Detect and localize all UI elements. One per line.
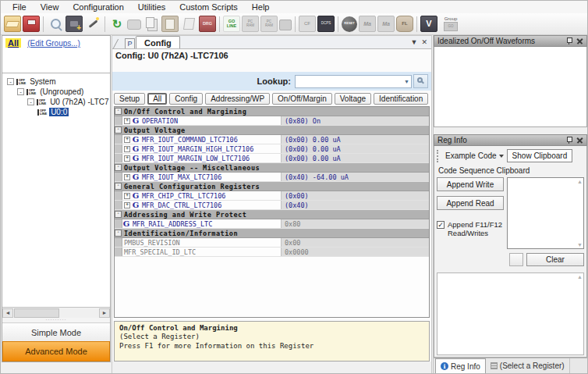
table-row[interactable]: MFR_IOUT_MARGIN_HIGH_LTC7106 (0x00) 0.00…	[115, 144, 429, 154]
scroll-left-icon[interactable]: ◄	[2, 308, 13, 318]
table-row[interactable]: MFR_SPECIAL_ID_LTC 0x0000	[115, 248, 429, 257]
expand-icon[interactable]	[124, 146, 130, 152]
scroll-right-icon[interactable]: ►	[99, 308, 110, 318]
register-value[interactable]: (0x00) 0.00 uA	[281, 154, 429, 162]
toolbar-separator[interactable]	[104, 16, 105, 32]
expand-icon[interactable]	[124, 137, 130, 143]
lookup-input[interactable]	[296, 77, 402, 86]
toolbar-separator[interactable]	[43, 16, 44, 32]
tree-node[interactable]: OFFLINE (Ungrouped)	[17, 87, 110, 97]
expand-icon[interactable]	[124, 155, 130, 162]
register-value[interactable]: (0x80) On	[281, 116, 429, 125]
scroll-up-icon[interactable]: ▲	[577, 179, 583, 184]
menu-item[interactable]: File	[5, 2, 34, 12]
pin-icon[interactable]	[566, 137, 572, 144]
advanced-mode-button[interactable]: Advanced Mode	[2, 341, 110, 362]
toolbar-separator[interactable]	[416, 16, 417, 32]
table-row[interactable]: OPERATION (0x80) On	[115, 116, 429, 126]
menu-item[interactable]: View	[34, 2, 66, 12]
register-value[interactable]: 0x0000	[281, 248, 429, 256]
paste-icon[interactable]	[161, 16, 179, 32]
expand-icon[interactable]	[124, 202, 130, 208]
keypad-icon[interactable]	[279, 20, 292, 30]
filter-button[interactable]: Identification	[374, 93, 428, 105]
tree-horizontal-scrollbar[interactable]: ◄ ►	[2, 307, 110, 318]
example-code-dropdown[interactable]: Example Code	[442, 150, 507, 162]
register-value[interactable]: 0x00	[281, 238, 429, 247]
lookup-search-button[interactable]	[413, 74, 428, 88]
tree-expander-icon[interactable]	[7, 78, 14, 85]
register-value[interactable]: (0x00) 0.00 uA	[281, 144, 429, 153]
tab-select-register[interactable]: (Select a Register)	[486, 358, 570, 373]
toolbar-separator[interactable]	[295, 16, 296, 32]
combo-dropdown-icon[interactable]: ▼	[402, 79, 411, 84]
clear-button[interactable]: Clear	[526, 253, 584, 266]
tab-close-icon[interactable]: ✕	[421, 38, 431, 48]
table-row[interactable]: PMBUS_REVISION 0x00	[115, 238, 429, 248]
register-value[interactable]: (0x00) 0.00 uA	[281, 135, 429, 144]
checkbox-checked-icon[interactable]	[437, 221, 445, 229]
toolbar-grip[interactable]	[437, 150, 440, 162]
menu-item[interactable]: Utilities	[131, 2, 172, 12]
lookup-combobox[interactable]: ▼	[295, 75, 412, 88]
margin-high-icon[interactable]: Ma	[359, 16, 376, 32]
tree-node[interactable]: OFFLINE U0 (7h2A) -LTC7	[27, 97, 110, 107]
compare-icon[interactable]	[180, 16, 197, 32]
tree-node[interactable]: OFFLINE U0:0	[37, 107, 110, 117]
filter-button[interactable]: All	[147, 93, 167, 105]
tree-expander-icon[interactable]	[17, 88, 24, 95]
tree-expander-icon[interactable]	[27, 98, 34, 105]
scrollbar-thumb[interactable]	[14, 308, 59, 318]
tab-list-dropdown-icon[interactable]: ▼	[411, 38, 422, 48]
table-row[interactable]: MFR_RAIL_ADDRESS_LTC 0x80	[115, 219, 429, 229]
table-row[interactable]: MFR_CHIP_CTRL_LTC7106 (0x00)	[115, 191, 429, 201]
ram-to-pc-icon[interactable]: PC RAM	[260, 16, 278, 32]
register-value[interactable]: (0x40)	[281, 201, 429, 209]
edit-groups-link[interactable]: (Edit Groups...)	[27, 39, 80, 48]
reset-icon[interactable]: RESET	[342, 16, 357, 32]
cf-icon[interactable]: CF	[299, 16, 316, 32]
drg-icon[interactable]: DRG	[199, 16, 216, 32]
close-icon[interactable]	[577, 38, 583, 45]
comment-icon[interactable]	[127, 20, 141, 30]
all-groups-button[interactable]: All	[5, 38, 21, 48]
table-row[interactable]: Addressing and Write Protect	[115, 210, 429, 219]
tab-config[interactable]: Config	[136, 36, 180, 48]
margin-low-icon[interactable]: Ma	[377, 16, 395, 32]
waveforms-dock-header[interactable]: Idealized On/Off Waveforms	[434, 35, 587, 47]
scroll-up-icon[interactable]: ▲	[577, 274, 583, 280]
expand-icon[interactable]	[124, 174, 130, 180]
menu-item[interactable]: Help	[245, 2, 277, 12]
menu-item[interactable]: Custom Scripts	[172, 2, 245, 12]
filter-button[interactable]: Voltage	[335, 93, 371, 105]
table-row[interactable]: On/Off Control and Margining	[115, 107, 429, 116]
fl-icon[interactable]: FL	[396, 16, 413, 32]
dcps-icon[interactable]: DCPS	[317, 16, 335, 32]
v-icon[interactable]: V	[420, 16, 437, 32]
scroll-down-icon[interactable]: ▼	[577, 242, 583, 248]
show-clipboard-button[interactable]: Show Clipboard	[507, 149, 573, 162]
register-value[interactable]: 0x80	[281, 219, 429, 228]
table-row[interactable]: Output Voltage	[115, 126, 429, 135]
toolbar-separator[interactable]	[219, 16, 220, 32]
find-icon[interactable]	[47, 16, 64, 32]
append-read-button[interactable]: Append Read	[437, 196, 504, 210]
filter-button[interactable]: On/Off/Margin	[272, 93, 332, 105]
reg-info-dock-header[interactable]: Reg Info	[434, 134, 587, 146]
group-icon[interactable]: Group	[439, 16, 462, 32]
go-online-icon[interactable]: GO LINE	[223, 16, 240, 32]
sync-icon[interactable]	[108, 16, 126, 32]
table-row[interactable]: Output Voltage -- Miscellaneous	[115, 163, 429, 173]
code-clipboard-textarea[interactable]: ▲ ▼	[507, 177, 584, 249]
expand-icon[interactable]	[124, 118, 130, 124]
tab-pmbus[interactable]: P	[125, 38, 135, 48]
table-row[interactable]: MFR_IOUT_COMMAND_LTC7106 (0x00) 0.00 uA	[115, 135, 429, 144]
table-row[interactable]: MFR_IOUT_MARGIN_LOW_LTC7106 (0x00) 0.00 …	[115, 154, 429, 163]
append-f11-f12-checkbox[interactable]: Append F11/F12 Read/Writes	[437, 221, 504, 238]
copy-icon[interactable]	[143, 16, 160, 32]
expand-icon[interactable]	[124, 193, 130, 199]
append-write-button[interactable]: Append Write	[437, 177, 504, 191]
tab-reg-info[interactable]: Reg Info	[435, 358, 486, 373]
close-icon[interactable]	[577, 137, 583, 144]
filter-button[interactable]: Config	[169, 93, 203, 105]
